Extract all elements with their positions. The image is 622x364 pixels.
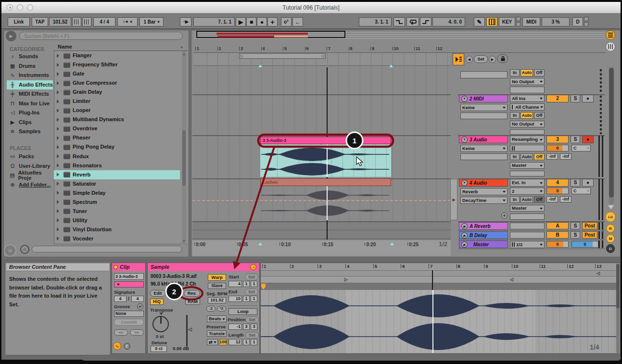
device-row[interactable]: Reverb <box>54 170 180 179</box>
cue-volume-field[interactable]: 0 <box>571 241 598 248</box>
signature-numerator[interactable]: 4 <box>114 296 127 302</box>
expand-triangle-icon[interactable] <box>57 145 61 149</box>
transpose-knob[interactable] <box>152 316 169 332</box>
monitor-auto-button[interactable]: Auto <box>520 69 533 76</box>
device-list-scrollbar[interactable]: ▲ ▼ <box>182 51 186 244</box>
take-lane-gutter[interactable]: ▶ <box>450 179 457 220</box>
clip-marker-row[interactable] <box>261 270 620 276</box>
output-chooser[interactable]: No Output <box>510 121 545 127</box>
return-track-lane[interactable] <box>192 222 451 230</box>
loop-start-display[interactable]: 3. 1. 1 <box>359 17 392 26</box>
solo-button[interactable]: S <box>571 136 580 143</box>
back-to-arrangement-button[interactable]: ← <box>292 17 303 26</box>
scrollbar-thumb[interactable] <box>609 68 614 198</box>
clip-loop-start-icon[interactable]: ▷ <box>344 277 348 282</box>
device-list-header[interactable]: Name ▲ <box>54 43 188 51</box>
unfold-button[interactable]: ▼ <box>461 96 468 102</box>
warp-mode-chooser[interactable]: Beats <box>207 315 227 322</box>
loop-length-display[interactable]: 4. 0. 0 <box>432 17 465 26</box>
transient-loop-mode-chooser[interactable]: ⇄ <box>207 339 218 345</box>
returnB-header[interactable]: ▶ B Delay B S Post <box>458 231 621 239</box>
expand-triangle-icon[interactable] <box>57 227 61 231</box>
sidebar-place-item[interactable]: ▤Aktuelles Proje <box>7 171 53 180</box>
scrollbar-thumb[interactable] <box>616 264 620 308</box>
output-chooser[interactable]: Master <box>510 162 545 169</box>
monitor-off-button[interactable]: Off <box>534 112 545 119</box>
monitor-in-button[interactable]: In <box>510 196 520 203</box>
output-chooser[interactable]: Master <box>510 205 545 212</box>
punch-in-button[interactable] <box>394 17 405 26</box>
meter-peak-right[interactable]: -inf <box>560 196 571 202</box>
track-activator[interactable]: 2 <box>546 95 569 102</box>
device-row[interactable]: Spectrum <box>54 198 180 207</box>
fold-button[interactable]: ▶ <box>461 241 468 248</box>
pan-field[interactable]: C◂ <box>571 188 591 194</box>
groove-chooser[interactable]: None <box>114 311 144 317</box>
monitor-off-button[interactable]: Off <box>534 196 545 203</box>
expand-triangle-icon[interactable] <box>57 163 61 167</box>
signature-denominator[interactable]: 4 <box>131 296 144 302</box>
end-beats[interactable]: 1 <box>243 296 250 302</box>
gain-slider-handle[interactable]: ◁ <box>188 327 192 332</box>
volume-field[interactable]: 0 <box>546 188 569 194</box>
track-activator[interactable]: 3 <box>546 136 569 143</box>
track-name-bar[interactable]: ▼ 3 Audio <box>459 136 508 143</box>
link-button[interactable]: Link <box>8 17 30 26</box>
master-volume-field[interactable]: 0 <box>546 241 569 248</box>
browser-play-button[interactable]: ▶ <box>6 31 16 41</box>
monitor-in-button[interactable]: In <box>510 69 520 76</box>
tap-tempo-button[interactable]: TAP <box>32 17 48 26</box>
clip-ruler-numbers[interactable]: 12345678910111213 <box>262 264 622 269</box>
input-chooser[interactable]: Ext. In <box>510 179 545 187</box>
send-box[interactable] <box>510 223 545 229</box>
time-signature-field[interactable]: 4 / 4 <box>93 17 115 26</box>
track-name-bar[interactable]: ▼ 4 Audio <box>459 179 508 187</box>
locator-marker[interactable] <box>258 240 262 245</box>
device-row[interactable]: Redux <box>54 152 180 161</box>
expand-triangle-icon[interactable] <box>57 90 61 94</box>
hot-swap-button[interactable]: ≈ <box>4 244 16 257</box>
arm-button[interactable]: ● <box>582 95 594 102</box>
transient-envelope-field[interactable]: 100 <box>219 339 227 345</box>
metronome-button[interactable]: ○●▾ <box>117 17 138 26</box>
track-name-bar[interactable]: ▼ 2 MIDI <box>459 95 508 102</box>
scrollbar-thumb[interactable] <box>182 130 186 186</box>
device-chooser[interactable]: Reverb <box>460 188 508 195</box>
sidebar-category-item[interactable]: ◁Plug-Ins <box>7 108 53 118</box>
play-button[interactable]: ▶ <box>236 17 246 26</box>
track-name-bar[interactable]: ▶ Master <box>459 240 508 248</box>
automation-control-chooser[interactable]: DecayTime <box>460 197 508 204</box>
meter-peak-right[interactable]: -inf <box>560 153 571 160</box>
meter-peak-left[interactable]: -inf <box>546 153 558 160</box>
loop-switch[interactable] <box>406 17 419 26</box>
expand-triangle-icon[interactable] <box>57 191 61 195</box>
transients-chooser[interactable]: Transie <box>207 330 227 337</box>
track4-header[interactable]: ▼ 4 Audio Reverb DecayTime + Ext. In 2 I… <box>458 178 621 221</box>
returns-section-toggle[interactable]: R <box>606 224 615 233</box>
loop-next-button[interactable]: ▶ <box>489 56 496 63</box>
expand-triangle-icon[interactable] <box>57 127 61 131</box>
loop-lock-button[interactable] <box>497 54 508 63</box>
expand-triangle-icon[interactable] <box>57 209 61 213</box>
device-row[interactable]: Glue Compressor <box>54 78 180 88</box>
arm-button[interactable]: ● <box>582 179 594 187</box>
sidebar-category-item[interactable]: ∿Instruments <box>7 71 53 80</box>
seg-bpm-field[interactable]: 101.52 <box>208 297 226 303</box>
pan-field[interactable]: C◂ <box>571 145 591 151</box>
locator-marker[interactable] <box>389 63 393 67</box>
track-activator[interactable]: A <box>546 222 569 229</box>
expand-triangle-icon[interactable] <box>57 100 61 103</box>
track1-header[interactable]: In Auto Off No Output <box>458 67 621 94</box>
device-row[interactable]: Overdrive <box>54 124 180 133</box>
monitor-off-button[interactable]: Off <box>534 69 545 76</box>
reverse-button[interactable]: Rev. <box>184 290 200 297</box>
punch-out-button[interactable] <box>420 17 432 26</box>
clip-end-marker-icon[interactable]: ◁ <box>597 271 600 276</box>
disk-overload-indicator[interactable]: D <box>572 17 583 26</box>
groove-swap-button[interactable]: ⇄ <box>137 303 143 310</box>
expand-triangle-icon[interactable] <box>57 109 61 113</box>
clip-overview-toggle[interactable] <box>606 30 615 40</box>
pre-post-toggle[interactable]: Post <box>582 222 597 229</box>
locator-marker[interactable] <box>390 240 394 245</box>
start-beats[interactable]: 1 <box>243 281 250 287</box>
